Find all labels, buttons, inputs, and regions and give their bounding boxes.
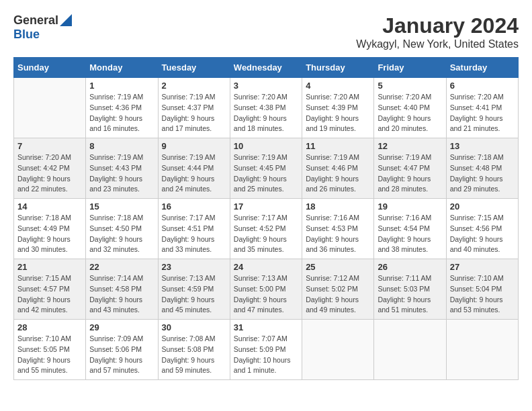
day-header-friday: Friday	[374, 58, 446, 78]
day-info: Sunrise: 7:20 AMSunset: 4:39 PMDaylight:…	[306, 92, 370, 134]
calendar-cell: 28Sunrise: 7:10 AMSunset: 5:05 PMDayligh…	[14, 320, 86, 380]
calendar-cell: 30Sunrise: 7:08 AMSunset: 5:08 PMDayligh…	[158, 320, 230, 380]
calendar-cell: 16Sunrise: 7:17 AMSunset: 4:51 PMDayligh…	[158, 199, 230, 259]
day-number: 18	[306, 201, 370, 212]
day-number: 21	[17, 262, 82, 272]
day-info: Sunrise: 7:18 AMSunset: 4:50 PMDaylight:…	[89, 213, 154, 255]
day-info: Sunrise: 7:15 AMSunset: 4:57 PMDaylight:…	[17, 273, 82, 316]
day-header-sunday: Sunday	[14, 58, 86, 78]
calendar-cell: 27Sunrise: 7:10 AMSunset: 5:04 PMDayligh…	[446, 259, 518, 320]
day-info: Sunrise: 7:19 AMSunset: 4:47 PMDaylight:…	[378, 152, 442, 195]
day-info: Sunrise: 7:13 AMSunset: 5:00 PMDaylight:…	[234, 273, 298, 316]
day-number: 22	[89, 262, 154, 272]
logo-triangle-icon	[60, 14, 72, 26]
day-info: Sunrise: 7:16 AMSunset: 4:54 PMDaylight:…	[378, 213, 442, 255]
day-info: Sunrise: 7:10 AMSunset: 5:05 PMDaylight:…	[17, 334, 82, 376]
day-number: 29	[89, 322, 154, 332]
day-info: Sunrise: 7:15 AMSunset: 4:56 PMDaylight:…	[450, 213, 515, 255]
day-number: 6	[450, 81, 515, 91]
calendar-cell: 1Sunrise: 7:19 AMSunset: 4:36 PMDaylight…	[86, 78, 158, 138]
calendar-cell: 6Sunrise: 7:20 AMSunset: 4:41 PMDaylight…	[446, 78, 518, 138]
day-info: Sunrise: 7:19 AMSunset: 4:45 PMDaylight:…	[234, 152, 298, 195]
calendar-cell: 19Sunrise: 7:16 AMSunset: 4:54 PMDayligh…	[374, 199, 446, 259]
day-info: Sunrise: 7:08 AMSunset: 5:08 PMDaylight:…	[162, 334, 226, 376]
day-info: Sunrise: 7:20 AMSunset: 4:42 PMDaylight:…	[17, 152, 82, 195]
calendar-cell: 15Sunrise: 7:18 AMSunset: 4:50 PMDayligh…	[86, 199, 158, 259]
calendar-cell: 26Sunrise: 7:11 AMSunset: 5:03 PMDayligh…	[374, 259, 446, 320]
calendar-cell: 4Sunrise: 7:20 AMSunset: 4:39 PMDaylight…	[302, 78, 374, 138]
calendar-week-row: 14Sunrise: 7:18 AMSunset: 4:49 PMDayligh…	[14, 199, 519, 259]
calendar-cell: 8Sunrise: 7:19 AMSunset: 4:43 PMDaylight…	[86, 138, 158, 199]
calendar-cell: 31Sunrise: 7:07 AMSunset: 5:09 PMDayligh…	[230, 320, 302, 380]
day-number: 30	[162, 322, 226, 332]
day-number: 24	[234, 262, 298, 272]
calendar-cell: 5Sunrise: 7:20 AMSunset: 4:40 PMDaylight…	[374, 78, 446, 138]
day-info: Sunrise: 7:19 AMSunset: 4:36 PMDaylight:…	[89, 92, 154, 134]
calendar-cell	[374, 320, 446, 380]
calendar-week-row: 1Sunrise: 7:19 AMSunset: 4:36 PMDaylight…	[14, 78, 519, 138]
day-number: 13	[450, 141, 515, 151]
day-info: Sunrise: 7:12 AMSunset: 5:02 PMDaylight:…	[306, 273, 370, 316]
title-section: January 2024 Wykagyl, New York, United S…	[356, 13, 519, 50]
calendar-cell: 22Sunrise: 7:14 AMSunset: 4:58 PMDayligh…	[86, 259, 158, 320]
day-number: 9	[162, 141, 226, 151]
calendar-cell: 23Sunrise: 7:13 AMSunset: 4:59 PMDayligh…	[158, 259, 230, 320]
calendar-cell: 9Sunrise: 7:19 AMSunset: 4:44 PMDaylight…	[158, 138, 230, 199]
day-number: 20	[450, 201, 515, 212]
day-number: 25	[306, 262, 370, 272]
day-number: 31	[234, 322, 298, 332]
calendar-cell: 17Sunrise: 7:17 AMSunset: 4:52 PMDayligh…	[230, 199, 302, 259]
calendar-header-row: SundayMondayTuesdayWednesdayThursdayFrid…	[14, 58, 519, 78]
calendar-cell: 20Sunrise: 7:15 AMSunset: 4:56 PMDayligh…	[446, 199, 518, 259]
day-number: 11	[306, 141, 370, 151]
day-number: 17	[234, 201, 298, 212]
logo-blue: Blue	[13, 28, 40, 42]
calendar-cell: 7Sunrise: 7:20 AMSunset: 4:42 PMDaylight…	[14, 138, 86, 199]
day-number: 3	[234, 81, 298, 91]
day-number: 12	[378, 141, 442, 151]
calendar-cell: 29Sunrise: 7:09 AMSunset: 5:06 PMDayligh…	[86, 320, 158, 380]
day-number: 19	[378, 201, 442, 212]
day-info: Sunrise: 7:20 AMSunset: 4:40 PMDaylight:…	[378, 92, 442, 134]
day-number: 26	[378, 262, 442, 272]
day-info: Sunrise: 7:17 AMSunset: 4:51 PMDaylight:…	[162, 213, 226, 255]
svg-marker-0	[60, 14, 72, 26]
day-number: 23	[162, 262, 226, 272]
day-info: Sunrise: 7:19 AMSunset: 4:43 PMDaylight:…	[89, 152, 154, 195]
calendar-cell: 10Sunrise: 7:19 AMSunset: 4:45 PMDayligh…	[230, 138, 302, 199]
day-info: Sunrise: 7:20 AMSunset: 4:41 PMDaylight:…	[450, 92, 515, 134]
day-info: Sunrise: 7:17 AMSunset: 4:52 PMDaylight:…	[234, 213, 298, 255]
calendar-table: SundayMondayTuesdayWednesdayThursdayFrid…	[13, 57, 519, 380]
day-info: Sunrise: 7:20 AMSunset: 4:38 PMDaylight:…	[234, 92, 298, 134]
logo: General Blue	[13, 13, 72, 42]
day-header-monday: Monday	[86, 58, 158, 78]
calendar-cell	[302, 320, 374, 380]
calendar-cell	[14, 78, 86, 138]
day-number: 15	[89, 201, 154, 212]
day-number: 2	[162, 81, 226, 91]
calendar-week-row: 28Sunrise: 7:10 AMSunset: 5:05 PMDayligh…	[14, 320, 519, 380]
day-number: 14	[17, 201, 82, 212]
day-info: Sunrise: 7:19 AMSunset: 4:44 PMDaylight:…	[162, 152, 226, 195]
day-number: 1	[89, 81, 154, 91]
calendar-cell: 12Sunrise: 7:19 AMSunset: 4:47 PMDayligh…	[374, 138, 446, 199]
day-info: Sunrise: 7:19 AMSunset: 4:46 PMDaylight:…	[306, 152, 370, 195]
calendar-cell: 11Sunrise: 7:19 AMSunset: 4:46 PMDayligh…	[302, 138, 374, 199]
day-number: 5	[378, 81, 442, 91]
day-header-saturday: Saturday	[446, 58, 518, 78]
day-number: 10	[234, 141, 298, 151]
day-info: Sunrise: 7:18 AMSunset: 4:48 PMDaylight:…	[450, 152, 515, 195]
page-header: General Blue January 2024 Wykagyl, New Y…	[13, 13, 519, 50]
calendar-cell: 13Sunrise: 7:18 AMSunset: 4:48 PMDayligh…	[446, 138, 518, 199]
day-number: 27	[450, 262, 515, 272]
calendar-cell: 18Sunrise: 7:16 AMSunset: 4:53 PMDayligh…	[302, 199, 374, 259]
day-info: Sunrise: 7:09 AMSunset: 5:06 PMDaylight:…	[89, 334, 154, 376]
logo-general: General	[13, 13, 58, 28]
calendar-cell: 24Sunrise: 7:13 AMSunset: 5:00 PMDayligh…	[230, 259, 302, 320]
page-subtitle: Wykagyl, New York, United States	[356, 38, 519, 50]
day-number: 4	[306, 81, 370, 91]
day-info: Sunrise: 7:11 AMSunset: 5:03 PMDaylight:…	[378, 273, 442, 316]
day-info: Sunrise: 7:10 AMSunset: 5:04 PMDaylight:…	[450, 273, 515, 316]
calendar-week-row: 21Sunrise: 7:15 AMSunset: 4:57 PMDayligh…	[14, 259, 519, 320]
day-header-thursday: Thursday	[302, 58, 374, 78]
